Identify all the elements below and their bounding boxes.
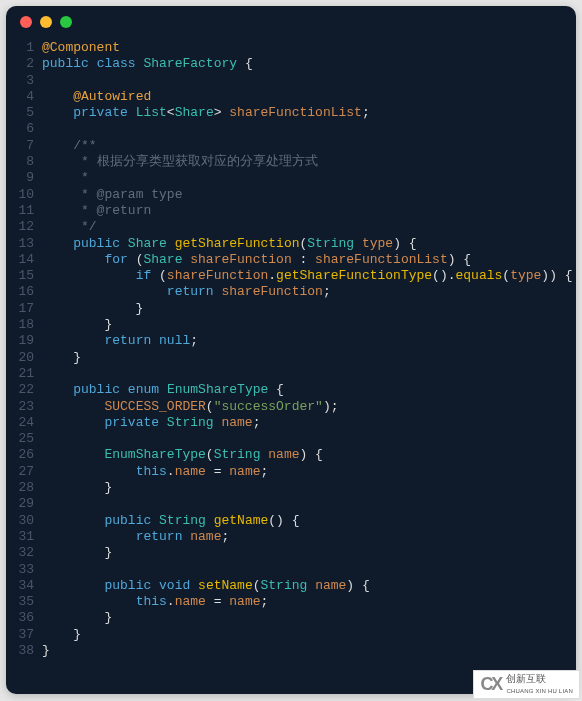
- code-window: 1234567891011121314151617181920212223242…: [6, 6, 576, 694]
- watermark-line1: 创新互联: [506, 673, 546, 684]
- watermark: CX 创新互联 CHUANG XIN HU LIAN: [473, 670, 580, 699]
- watermark-line2: CHUANG XIN HU LIAN: [506, 688, 573, 694]
- watermark-logo: CX: [480, 674, 501, 695]
- line-gutter: 1234567891011121314151617181920212223242…: [6, 40, 42, 659]
- minimize-icon[interactable]: [40, 16, 52, 28]
- maximize-icon[interactable]: [60, 16, 72, 28]
- titlebar: [6, 6, 576, 38]
- watermark-text: 创新互联 CHUANG XIN HU LIAN: [506, 674, 573, 695]
- code-editor: 1234567891011121314151617181920212223242…: [6, 38, 576, 659]
- close-icon[interactable]: [20, 16, 32, 28]
- code-content: @Componentpublic class ShareFactory { @A…: [42, 40, 573, 659]
